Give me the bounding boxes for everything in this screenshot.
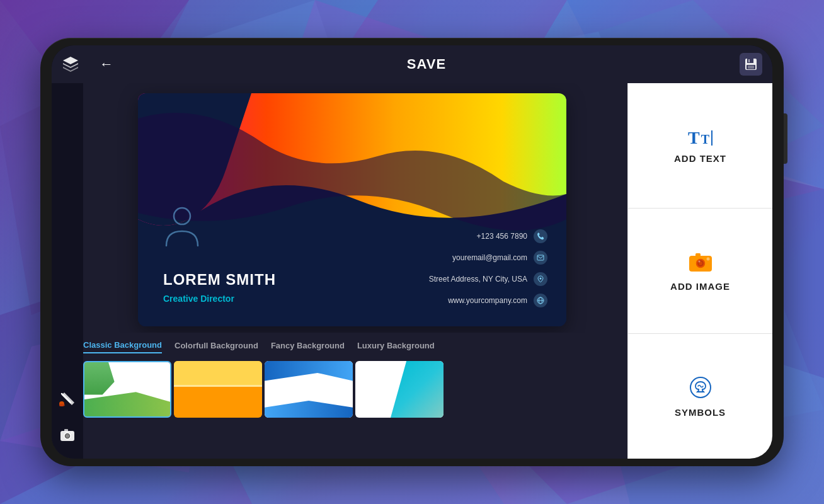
cursor-icon xyxy=(711,130,712,146)
svg-rect-25 xyxy=(748,59,750,62)
layers-button[interactable] xyxy=(52,45,89,83)
save-label[interactable]: SAVE xyxy=(126,56,727,72)
layers-icon xyxy=(60,54,81,74)
bottom-section: Classic Background Colorfull Background … xyxy=(52,333,627,459)
svg-point-32 xyxy=(66,434,69,438)
templates-row xyxy=(52,358,627,459)
svg-point-34 xyxy=(71,432,73,434)
floppy-disk-icon xyxy=(744,57,758,71)
business-card: LOREM SMITH Creative Director +123 456 7… xyxy=(138,93,566,326)
main-content: LOREM SMITH Creative Director +123 456 7… xyxy=(52,83,772,459)
person-icon xyxy=(163,205,201,249)
svg-rect-46 xyxy=(695,253,701,256)
paint-icon-button[interactable] xyxy=(56,388,79,411)
card-avatar xyxy=(163,205,201,255)
template-thumb-3[interactable] xyxy=(265,361,353,418)
card-address-row: Street Address, NY City, USA xyxy=(429,272,547,286)
header-right: ← SAVE xyxy=(89,45,772,83)
card-area: LOREM SMITH Creative Director +123 456 7… xyxy=(52,83,627,459)
add-text-label: ADD TEXT xyxy=(674,153,726,164)
camera-icon-button[interactable] xyxy=(56,423,79,446)
template-thumb-2[interactable] xyxy=(174,361,262,418)
template4-wave xyxy=(391,361,443,418)
add-image-label: ADD IMAGE xyxy=(670,281,730,292)
add-text-button[interactable]: T T ADD TEXT xyxy=(628,83,772,209)
card-name: LOREM SMITH xyxy=(163,271,276,289)
card-address-text: Street Address, NY City, USA xyxy=(429,275,527,284)
template3-wave-top xyxy=(265,361,353,381)
phone-icon xyxy=(537,232,544,240)
tab-classic-background[interactable]: Classic Background xyxy=(83,338,162,353)
card-job-title: Creative Director xyxy=(163,294,234,304)
add-image-button[interactable]: ADD IMAGE xyxy=(628,209,772,334)
svg-rect-37 xyxy=(537,255,544,260)
card-phone-row: +123 456 7890 xyxy=(477,229,547,243)
template2-line xyxy=(174,385,262,387)
tab-luxury-background[interactable]: Luxury Background xyxy=(357,338,435,353)
template1-wave xyxy=(84,392,170,416)
globe-icon xyxy=(537,297,544,304)
tabs-row: Classic Background Colorfull Background … xyxy=(52,333,627,358)
template1-accent xyxy=(84,362,115,395)
card-website-text: www.yourcompany.com xyxy=(448,296,527,305)
text-type-icon: T T xyxy=(688,128,712,148)
svg-point-49 xyxy=(690,377,711,398)
save-icon-button[interactable] xyxy=(740,53,762,76)
card-website-row: www.yourcompany.com xyxy=(448,294,547,307)
template-thumb-4[interactable] xyxy=(355,361,443,418)
symbols-icon xyxy=(689,375,712,402)
svg-marker-20 xyxy=(63,57,78,64)
tab-colorful-background[interactable]: Colorfull Background xyxy=(175,338,258,353)
top-bar: ← SAVE xyxy=(52,45,772,83)
svg-point-48 xyxy=(698,260,700,262)
symbols-button[interactable]: SYMBOLS xyxy=(628,334,772,459)
sidebar-icons xyxy=(52,83,83,459)
svg-rect-24 xyxy=(747,59,753,63)
card-contacts: +123 456 7890 youremail@gmai xyxy=(429,229,547,307)
phone-wrapper: ← SAVE xyxy=(40,38,784,466)
location-icon xyxy=(537,275,544,283)
svg-rect-33 xyxy=(64,429,68,432)
phone-contact-icon xyxy=(534,229,547,243)
card-email-text: youremail@gmail.com xyxy=(452,253,527,262)
card-preview-area: LOREM SMITH Creative Director +123 456 7… xyxy=(52,83,627,333)
email-contact-icon xyxy=(534,251,547,265)
website-contact-icon xyxy=(534,294,547,307)
symbols-label: SYMBOLS xyxy=(675,407,726,418)
address-contact-icon xyxy=(534,272,547,286)
svg-point-47 xyxy=(706,257,709,260)
back-button[interactable]: ← xyxy=(100,56,113,72)
phone-screen: ← SAVE xyxy=(52,45,772,459)
template2-top xyxy=(174,361,262,387)
right-panel: T T ADD TEXT xyxy=(627,83,772,459)
svg-point-38 xyxy=(540,278,542,280)
svg-rect-27 xyxy=(748,66,754,69)
card-email-row: youremail@gmail.com xyxy=(452,251,547,265)
phone-shell: ← SAVE xyxy=(40,38,784,466)
template-thumb-1[interactable] xyxy=(83,361,171,418)
svg-point-36 xyxy=(174,208,190,224)
tab-fancy-background[interactable]: Fancy Background xyxy=(271,338,345,353)
camera-add-icon xyxy=(688,251,713,276)
card-phone-text: +123 456 7890 xyxy=(477,232,527,241)
camera-icon xyxy=(59,427,76,443)
email-icon xyxy=(537,254,544,261)
paint-icon xyxy=(59,391,76,408)
template3-wave-bottom xyxy=(265,401,353,418)
